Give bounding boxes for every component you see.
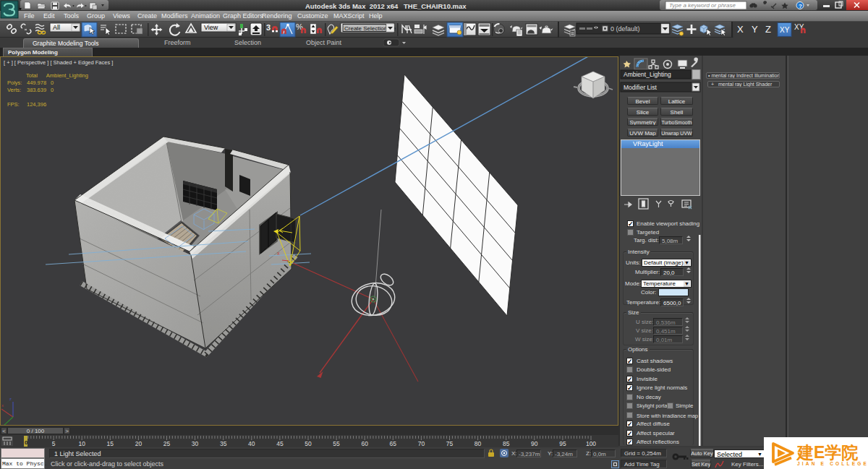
svg-text:Z: Z (765, 24, 771, 35)
svg-text:45: 45 (276, 440, 284, 447)
svg-text:35: 35 (220, 440, 227, 447)
svg-text:25: 25 (163, 440, 171, 447)
svg-text:90: 90 (531, 440, 538, 447)
svg-text:55: 55 (333, 440, 340, 447)
svg-text:30: 30 (192, 440, 199, 447)
svg-text:建E学院: 建E学院 (796, 443, 859, 462)
svg-text:15: 15 (107, 440, 114, 447)
svg-text:3: 3 (266, 23, 271, 32)
svg-text:All: All (53, 24, 60, 31)
svg-text:65: 65 (390, 440, 397, 447)
svg-text:Type a keyword or phrase: Type a keyword or phrase (669, 2, 736, 9)
svg-text:XY: XY (780, 26, 790, 34)
svg-text:85: 85 (503, 440, 510, 447)
svg-text:5: 5 (52, 440, 56, 447)
svg-text:0: 0 (25, 439, 28, 446)
svg-text:10: 10 (78, 440, 85, 447)
svg-text:z: z (9, 397, 12, 401)
svg-text:20: 20 (135, 440, 142, 447)
svg-text:Y: Y (752, 24, 758, 35)
svg-text:80: 80 (475, 440, 482, 447)
svg-text:X: X (737, 24, 744, 35)
svg-text:50: 50 (305, 440, 312, 447)
svg-text:95: 95 (559, 440, 566, 447)
svg-text:?: ? (799, 3, 802, 9)
svg-text:x: x (1, 403, 4, 408)
svg-text:70: 70 (418, 440, 425, 447)
svg-text:Modifier List: Modifier List (624, 84, 657, 91)
svg-text:40: 40 (248, 440, 255, 447)
svg-text:x: x (277, 251, 280, 256)
svg-text:75: 75 (446, 440, 454, 447)
svg-text:View: View (204, 24, 218, 31)
svg-text:JIAN E COLLEGE: JIAN E COLLEGE (797, 461, 868, 466)
svg-text:100: 100 (586, 440, 596, 447)
svg-text:0 (default): 0 (default) (610, 25, 640, 33)
svg-text:60: 60 (361, 440, 368, 447)
svg-text:Ambient_Lighting: Ambient_Lighting (624, 71, 671, 78)
